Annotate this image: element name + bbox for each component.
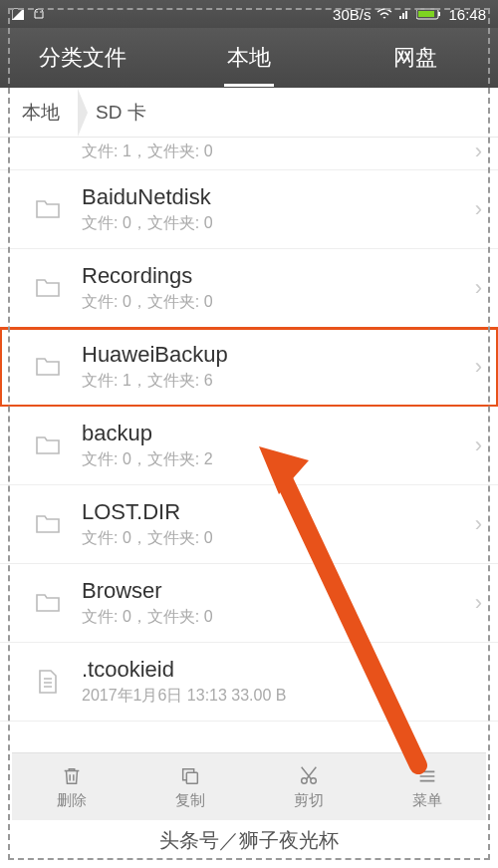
tab-bar: 分类文件 本地 网盘 <box>0 28 498 88</box>
list-item[interactable]: Recordings文件: 0，文件夹: 0› <box>0 249 498 328</box>
list-item[interactable]: 文件: 1，文件夹: 0 › <box>0 138 498 170</box>
folder-icon <box>34 510 62 538</box>
cellular-icon <box>398 8 410 20</box>
item-meta: 文件: 1，文件夹: 0 <box>82 142 475 162</box>
item-name: LOST.DIR <box>82 499 475 525</box>
folder-icon <box>34 589 62 617</box>
chevron-right-icon: › <box>475 275 482 301</box>
watermark: 头条号／狮子夜光杯 <box>0 827 498 854</box>
chevron-right-icon: › <box>475 511 482 537</box>
folder-icon <box>34 432 62 459</box>
svg-rect-4 <box>402 13 404 19</box>
list-item[interactable]: BaiduNetdisk文件: 0，文件夹: 0› <box>0 170 498 249</box>
item-name: backup <box>82 421 475 446</box>
list-item[interactable]: backup文件: 0，文件夹: 2› <box>0 407 498 485</box>
tab-categories[interactable]: 分类文件 <box>0 29 166 87</box>
list-item[interactable]: HuaweiBackup文件: 1，文件夹: 6› <box>0 328 498 407</box>
item-meta: 文件: 0，文件夹: 0 <box>82 607 475 628</box>
list-item[interactable]: LOST.DIR文件: 0，文件夹: 0› <box>0 485 498 564</box>
tab-local[interactable]: 本地 <box>166 29 333 87</box>
android-icon <box>32 8 46 20</box>
item-meta: 文件: 0，文件夹: 2 <box>82 449 475 470</box>
item-name: Browser <box>82 578 475 604</box>
svg-point-2 <box>40 11 42 13</box>
trash-icon <box>61 763 83 789</box>
cut-button[interactable]: 剪切 <box>249 763 368 810</box>
chevron-right-icon: › <box>475 139 482 164</box>
item-meta: 2017年1月6日 13:13 33.00 B <box>82 686 482 707</box>
cut-icon <box>298 763 320 789</box>
bottom-toolbar: 删除 复制 剪切 菜单 <box>12 752 486 820</box>
delete-button[interactable]: 删除 <box>12 763 130 810</box>
svg-rect-5 <box>405 11 407 19</box>
list-item[interactable]: Browser文件: 0，文件夹: 0› <box>0 564 498 643</box>
item-name: .tcookieid <box>82 657 482 683</box>
menu-button[interactable]: 菜单 <box>368 763 486 810</box>
copy-button[interactable]: 复制 <box>130 763 249 810</box>
status-bar: 30B/s 16:48 <box>0 0 498 28</box>
svg-rect-8 <box>418 11 434 17</box>
svg-rect-7 <box>438 12 440 16</box>
file-list: 文件: 1，文件夹: 0 › BaiduNetdisk文件: 0，文件夹: 0›… <box>0 138 498 722</box>
item-name: Recordings <box>82 263 475 289</box>
svg-point-11 <box>310 778 316 784</box>
copy-icon <box>179 763 201 789</box>
item-meta: 文件: 1，文件夹: 6 <box>82 371 475 392</box>
menu-icon <box>416 763 438 789</box>
file-icon <box>34 668 62 696</box>
folder-icon <box>34 274 62 302</box>
item-meta: 文件: 0，文件夹: 0 <box>82 213 475 234</box>
crumb-sdcard[interactable]: SD 卡 <box>78 90 164 136</box>
folder-icon <box>34 353 62 381</box>
item-name: BaiduNetdisk <box>82 184 475 210</box>
chevron-right-icon: › <box>475 354 482 380</box>
svg-rect-3 <box>399 16 401 19</box>
crumb-local[interactable]: 本地 <box>4 90 78 136</box>
item-meta: 文件: 0，文件夹: 0 <box>82 292 475 313</box>
item-meta: 文件: 0，文件夹: 0 <box>82 528 475 549</box>
chevron-right-icon: › <box>475 590 482 616</box>
svg-point-1 <box>36 11 38 13</box>
wifi-icon <box>376 8 392 20</box>
chevron-right-icon: › <box>475 196 482 222</box>
signal-icon <box>12 8 24 20</box>
item-name: HuaweiBackup <box>82 342 475 368</box>
breadcrumb: 本地 SD 卡 <box>0 88 498 138</box>
tab-cloud[interactable]: 网盘 <box>332 29 498 87</box>
battery-icon <box>416 8 442 20</box>
status-time: 16:48 <box>448 6 486 23</box>
network-speed: 30B/s <box>333 6 371 23</box>
folder-icon <box>34 195 62 223</box>
folder-icon <box>34 138 62 165</box>
list-item[interactable]: .tcookieid2017年1月6日 13:13 33.00 B <box>0 643 498 722</box>
svg-point-10 <box>301 778 307 784</box>
svg-rect-9 <box>186 772 197 783</box>
chevron-right-icon: › <box>475 433 482 458</box>
